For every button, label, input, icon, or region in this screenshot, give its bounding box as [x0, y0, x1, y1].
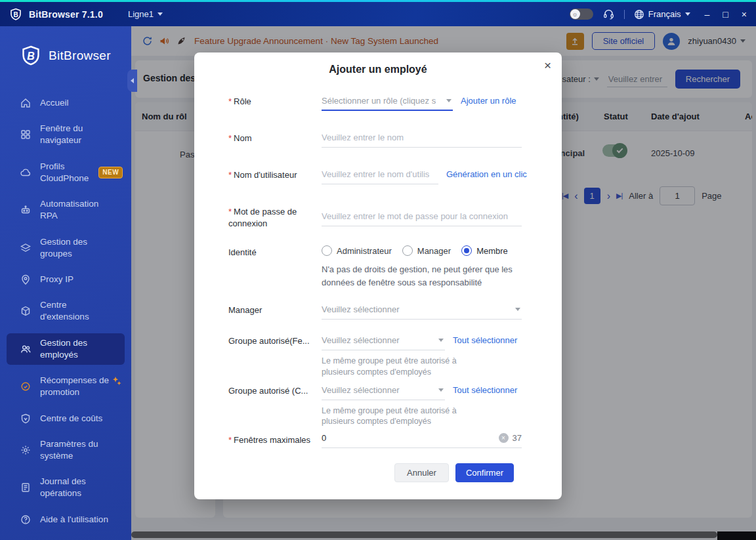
sun-icon: ☼	[570, 9, 580, 19]
location-pin-icon	[20, 274, 32, 285]
role-label: Rôle	[234, 96, 251, 106]
group-cloud-select-all-link[interactable]: Tout sélectionner	[453, 383, 517, 395]
add-employee-form: *Rôle Sélectionner un rôle (cliquez s Aj…	[194, 75, 562, 482]
role-select[interactable]: Sélectionner un rôle (cliquez s	[322, 93, 453, 111]
sidebar-item-fenetre-navigateur[interactable]: Fenêtre du navigateur	[7, 119, 125, 150]
identity-label: Identité	[228, 247, 257, 257]
sidebar-item-journal-operations[interactable]: Journal des opérations	[7, 472, 125, 503]
reward-icon	[20, 381, 32, 392]
group-window-help-text: Le même groupe peut être autorisé à plus…	[322, 356, 463, 377]
chevron-down-icon	[438, 388, 444, 392]
theme-toggle[interactable]: ☼	[570, 9, 593, 20]
people-icon	[20, 343, 32, 355]
password-label: Mot de passe de connexion	[228, 207, 297, 228]
gear-icon	[20, 444, 32, 456]
app-title: BitBrowser 7.1.0	[29, 9, 103, 20]
sidebar-menu: Accueil Fenêtre du navigateur Profils Cl…	[0, 93, 131, 530]
svg-text:B: B	[27, 51, 35, 62]
cancel-button[interactable]: Annuler	[394, 463, 449, 482]
sidebar-item-automatisation-rpa[interactable]: Automatisation RPA	[7, 194, 125, 226]
close-window-button[interactable]: ×	[742, 9, 747, 20]
cloud-icon	[20, 167, 32, 178]
window-controls: – □ ×	[705, 9, 747, 20]
sidebar-item-centre-extensions[interactable]: Centre d'extensions	[7, 295, 125, 327]
identity-radio-group: Administrateur Manager Membre	[322, 244, 522, 256]
chevron-down-icon	[685, 12, 690, 16]
chevron-down-icon	[438, 339, 444, 342]
home-icon	[20, 97, 32, 109]
confirm-button[interactable]: Confirmer	[455, 463, 514, 482]
username-label: Nom d'utilisateur	[234, 170, 297, 180]
sidebar-item-profils-cloudphone[interactable]: Profils CloudPhone NEW	[7, 157, 125, 188]
sidebar-item-centre-couts[interactable]: Centre de coûts	[7, 409, 125, 428]
help-icon	[20, 514, 32, 526]
sidebar-item-recompenses-promotion[interactable]: Récompenses de promotion	[7, 371, 125, 402]
field-max-windows: *Fenêtres maximales 0 × 37	[228, 432, 522, 448]
password-input[interactable]	[322, 209, 522, 226]
svg-text:B: B	[13, 11, 18, 18]
sidebar-item-parametres-systeme[interactable]: Paramètres du système	[7, 434, 125, 466]
group-cloud-help-text: Le même groupe peut être autorisé à plus…	[322, 405, 463, 427]
maximize-button[interactable]: □	[723, 9, 728, 20]
modal-title: Ajouter un employé	[194, 52, 562, 75]
sidebar-item-gestion-groupes[interactable]: Gestion des groupes	[7, 232, 125, 264]
chevron-down-icon	[515, 308, 520, 311]
group-window-select[interactable]: Veuillez sélectionner	[322, 333, 445, 350]
required-mark: *	[228, 96, 232, 106]
radio-off-icon	[322, 245, 332, 256]
required-mark: *	[228, 207, 232, 217]
group-window-label: Groupe autorisé(Fe...	[228, 336, 310, 346]
minimize-button[interactable]: –	[705, 9, 710, 20]
modal-footer: Annuler Confirmer	[228, 448, 522, 482]
name-label: Nom	[234, 133, 251, 143]
group-cloud-select[interactable]: Veuillez sélectionner	[322, 383, 445, 400]
max-windows-counter: 37	[513, 433, 522, 443]
generate-username-link[interactable]: Génération en un clic	[446, 167, 527, 179]
support-headset-icon[interactable]	[602, 8, 615, 20]
titlebar-divider	[624, 10, 625, 19]
max-windows-label: Fenêtres maximales	[234, 435, 310, 445]
add-role-link[interactable]: Ajouter un rôle	[461, 93, 516, 106]
radio-membre[interactable]: Membre	[461, 245, 508, 256]
field-password: *Mot de passe de connexion	[228, 203, 522, 230]
window-top-accent	[0, 0, 756, 2]
max-windows-value: 0	[322, 433, 499, 443]
required-mark: *	[228, 170, 232, 180]
language-selector[interactable]: Français	[634, 9, 690, 20]
name-input[interactable]	[322, 130, 522, 148]
required-mark: *	[228, 133, 232, 143]
field-name: *Nom	[228, 130, 522, 148]
radio-administrateur[interactable]: Administrateur	[322, 245, 392, 256]
sidebar-brand: BitBrowser	[49, 49, 111, 63]
required-mark: *	[228, 435, 232, 445]
line-selector[interactable]: Ligne1	[128, 9, 163, 19]
close-icon[interactable]: ×	[544, 59, 551, 72]
sidebar-collapse-button[interactable]	[127, 70, 137, 92]
sidebar-item-accueil[interactable]: Accueil	[7, 93, 125, 113]
globe-icon	[634, 9, 644, 20]
manager-label: Manager	[228, 305, 262, 315]
radio-on-icon	[461, 245, 472, 256]
journal-icon	[20, 482, 32, 493]
clear-icon[interactable]: ×	[499, 433, 509, 443]
sidebar-item-gestion-employes[interactable]: Gestion des employés	[7, 333, 125, 365]
field-role: *Rôle Sélectionner un rôle (cliquez s Aj…	[228, 93, 522, 111]
sidebar: B BitBrowser Accueil Fenêtre du navigate…	[0, 26, 131, 540]
field-group-cloud: Groupe autorisé (C... Veuillez sélection…	[228, 383, 522, 427]
group-cloud-label: Groupe autorisé (C...	[228, 386, 308, 396]
app-logo-icon: B	[9, 8, 22, 21]
group-window-select-all-link[interactable]: Tout sélectionner	[453, 333, 517, 345]
max-windows-input[interactable]: 0 × 37	[322, 432, 522, 448]
manager-select[interactable]: Veuillez sélectionner	[322, 302, 522, 320]
sparkle-icon	[112, 376, 122, 386]
chevron-down-icon	[446, 99, 452, 102]
radio-manager[interactable]: Manager	[402, 245, 451, 256]
sidebar-item-aide-utilisation[interactable]: Aide à l'utilisation	[7, 510, 125, 530]
field-identity: Identité Administrateur Manager Membre	[228, 244, 522, 289]
field-manager: Manager Veuillez sélectionner	[228, 302, 522, 320]
grid-icon	[20, 129, 32, 140]
robot-icon	[20, 204, 32, 216]
sidebar-item-proxy-ip[interactable]: Proxy IP	[7, 270, 125, 289]
username-input[interactable]	[322, 167, 438, 184]
shield-cost-icon	[20, 413, 32, 425]
